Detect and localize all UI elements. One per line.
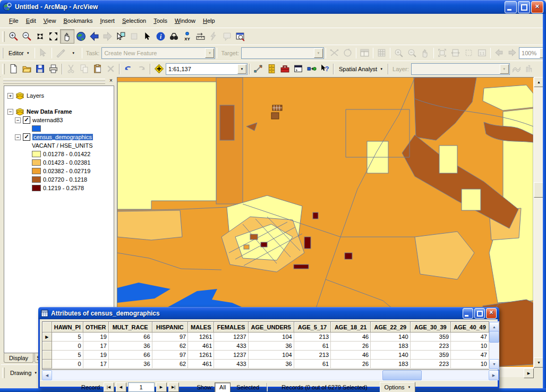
table-cell[interactable]: 46 [331, 333, 371, 342]
previous-record-icon[interactable]: ◀ [116, 382, 126, 392]
histogram-icon[interactable] [523, 62, 536, 75]
minimize-button[interactable] [505, 1, 517, 13]
scroll-left-icon[interactable]: ◀ [42, 370, 52, 380]
layout-zoom-one-to-one-icon[interactable]: 1:1 [475, 46, 489, 59]
show-selected-button[interactable]: Selected [232, 383, 263, 392]
zoom-in-icon[interactable] [7, 30, 20, 43]
table-cell[interactable]: 359 [410, 333, 451, 342]
table-cell[interactable]: 19 [83, 351, 108, 360]
collapse-icon[interactable]: − [7, 109, 13, 115]
legend-item[interactable]: 0.01423 - 0.02381 [4, 158, 114, 167]
table-cell[interactable]: 46 [331, 351, 371, 360]
collapse-icon[interactable]: − [15, 134, 21, 140]
rotate-tool-icon[interactable] [341, 46, 354, 59]
fixed-zoom-in-icon[interactable] [33, 30, 47, 43]
full-extent-icon[interactable] [74, 30, 88, 43]
table-horizontal-scrollbar[interactable]: ◀ ▶ [42, 370, 499, 380]
scroll-down-icon[interactable]: ▼ [489, 359, 499, 369]
table-row[interactable]: 017366246143336612618322310 [42, 360, 489, 369]
table-cell[interactable]: 461 [188, 360, 214, 369]
minimize-button[interactable] [463, 308, 473, 319]
first-record-icon[interactable]: |◀ [104, 382, 114, 392]
paste-icon[interactable] [91, 62, 104, 75]
table-cell[interactable]: 1261 [188, 351, 214, 360]
layout-zoom-whole-page-icon[interactable] [436, 46, 449, 59]
menu-file[interactable]: File [5, 16, 22, 25]
delete-icon[interactable] [104, 62, 117, 75]
layout-go-back-extent-icon[interactable] [492, 46, 506, 59]
layout-zoom-out-icon[interactable] [405, 46, 419, 59]
next-record-icon[interactable]: ▶ [156, 382, 167, 392]
html-popup-icon[interactable] [220, 30, 234, 43]
table-cell[interactable]: 47 [451, 351, 489, 360]
scroll-thumb[interactable] [489, 331, 499, 343]
table-cell[interactable]: 223 [410, 342, 451, 351]
table-cell[interactable]: 104 [248, 333, 294, 342]
select-elements-icon[interactable] [141, 30, 154, 43]
table-row[interactable]: ▶5196697126112371042134614035947 [42, 333, 489, 342]
row-selector[interactable] [42, 351, 52, 360]
menu-insert[interactable]: Insert [96, 16, 118, 25]
expand-icon[interactable]: + [7, 93, 13, 99]
layout-fixed-zoom-icon[interactable] [462, 46, 475, 59]
table-cell[interactable]: 433 [214, 360, 248, 369]
hyperlink-icon[interactable] [207, 30, 220, 43]
toolbar-grip[interactable] [2, 64, 5, 74]
legend-item[interactable]: 0.01278 - 0.01422 [4, 150, 114, 158]
toolbar-grip[interactable] [2, 368, 5, 378]
table-cell[interactable]: 183 [371, 360, 410, 369]
row-selector[interactable] [42, 342, 52, 351]
magnifier-window-icon[interactable] [234, 30, 247, 43]
table-cell[interactable]: 26 [331, 342, 371, 351]
spatial-analyst-menu-button[interactable]: Spatial Analyst▼ [336, 64, 386, 74]
show-all-button[interactable]: All [215, 382, 231, 392]
undo-icon[interactable] [122, 62, 135, 75]
layer-checkbox[interactable]: ✓ [23, 133, 30, 141]
chevron-down-icon[interactable]: ▼ [500, 64, 509, 74]
new-map-icon[interactable] [7, 62, 20, 75]
identify-icon[interactable]: i [154, 30, 167, 43]
find-icon[interactable] [167, 30, 181, 43]
task-combo[interactable]: Create New Feature▼ [101, 47, 215, 59]
layout-zoom-combo[interactable]: 100%▼ [519, 47, 546, 59]
save-map-icon[interactable] [33, 62, 47, 75]
attribute-window-titlebar[interactable]: Attributes of census_demographics × [38, 307, 499, 319]
column-header[interactable]: AGE_30_39 [410, 322, 451, 333]
water-symbol-swatch[interactable] [32, 125, 41, 132]
column-header[interactable]: MULT_RACE [108, 322, 152, 333]
table-cell[interactable]: 359 [410, 351, 451, 360]
table-vertical-scrollbar[interactable]: ▲ ▼ [489, 321, 499, 370]
select-features-icon[interactable] [114, 30, 127, 43]
copy-icon[interactable] [78, 62, 91, 75]
arccatalog-icon[interactable] [265, 62, 278, 75]
column-header[interactable]: FEMALES [214, 322, 248, 333]
title-bar[interactable]: Untitled - ArcMap - ArcView × [0, 0, 546, 14]
chevron-down-icon[interactable]: ▼ [314, 48, 323, 58]
close-button[interactable]: × [531, 1, 543, 13]
zoom-out-icon[interactable] [20, 30, 33, 43]
legend-item[interactable]: 0.02382 - 0.02719 [4, 167, 114, 175]
collapse-icon[interactable]: − [15, 117, 21, 123]
sketch-properties-icon[interactable] [375, 46, 388, 59]
add-data-icon[interactable] [152, 62, 166, 75]
chevron-down-icon[interactable]: ▼ [237, 64, 246, 74]
target-combo[interactable]: ▼ [241, 47, 324, 59]
table-cell[interactable]: 17 [83, 360, 108, 369]
toc-item-layers[interactable]: + Layers [4, 91, 114, 100]
table-cell[interactable]: 104 [248, 351, 294, 360]
legend-swatch[interactable] [32, 159, 41, 166]
table-cell[interactable]: 5 [52, 351, 83, 360]
toc-header[interactable]: × [2, 78, 116, 84]
table-cell[interactable]: 213 [294, 333, 330, 342]
print-icon[interactable] [47, 62, 60, 75]
menu-window[interactable]: Window [171, 16, 199, 25]
table-cell[interactable]: 97 [152, 333, 188, 342]
attributes-dialog-icon[interactable] [358, 46, 371, 59]
table-cell[interactable]: 5 [52, 333, 83, 342]
arctoolbox-icon[interactable] [278, 62, 292, 75]
options-button[interactable]: Options▼ [380, 382, 416, 392]
table-cell[interactable]: 36 [248, 360, 294, 369]
map-vertical-scrollbar[interactable]: ▲ ▼ [534, 77, 543, 368]
table-cell[interactable]: 1237 [214, 333, 248, 342]
legend-item[interactable]: 0.02720 - 0.1218 [4, 175, 114, 184]
